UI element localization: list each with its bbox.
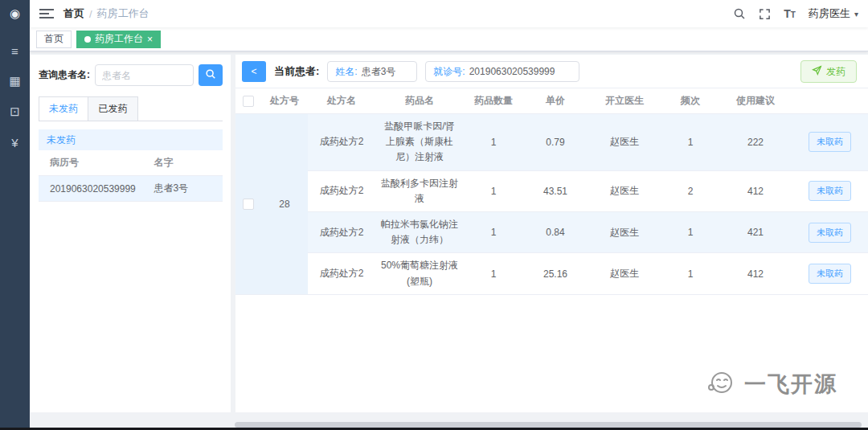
fullscreen-icon[interactable] <box>759 8 771 20</box>
rx-name: 成药处方2 <box>308 135 375 149</box>
usage-advice: 412 <box>719 186 792 197</box>
frequency: 1 <box>661 227 719 238</box>
current-patient-bar: < 当前患者: 姓名: 患者3号 就诊号: 2019063020539999 <box>235 55 868 88</box>
prescription-no: 28 <box>261 114 308 294</box>
navbar-right: TT 药房医生 ▾ <box>733 6 858 21</box>
watermark-text: 一飞开源 <box>744 370 837 399</box>
patient-name-input[interactable] <box>95 64 194 86</box>
table-row[interactable]: 成药处方2 50%葡萄糖注射液(塑瓶) 1 25.16 赵医生 1 412 未取… <box>308 253 868 293</box>
drug-price: 25.16 <box>523 268 588 280</box>
breadcrumb-home[interactable]: 首页 <box>63 6 84 21</box>
current-patient-label: 当前患者: <box>274 64 319 79</box>
column-price: 单价 <box>523 94 588 108</box>
horizontal-scrollbar <box>30 420 868 430</box>
breadcrumb-current: 药房工作台 <box>97 6 149 21</box>
prescription-table: 处方号 处方名 药品名 药品数量 单价 开立医生 频次 使用建议 28 <box>235 88 868 295</box>
dashboard-icon[interactable]: ◉ <box>0 0 30 27</box>
hamburger-icon[interactable] <box>39 7 54 20</box>
visit-value: 2019063020539999 <box>469 66 555 77</box>
drug-price: 0.79 <box>523 137 588 148</box>
sidebar: ◉ ≡ ▦ ⊡ ¥ <box>0 0 30 430</box>
drug-qty: 1 <box>464 137 523 148</box>
table-header-row: 处方号 处方名 药品名 药品数量 单价 开立医生 频次 使用建议 <box>235 88 868 114</box>
drug-qty: 1 <box>464 227 523 238</box>
drug-name: 帕拉米韦氯化钠注射液（力纬） <box>375 212 464 252</box>
row-checkbox[interactable] <box>243 199 254 210</box>
not-dispensed-button[interactable]: 未取药 <box>809 132 851 152</box>
tag-label: 药房工作台 <box>95 32 143 46</box>
drug-qty: 1 <box>464 186 523 197</box>
name-value: 患者3号 <box>362 65 396 79</box>
breadcrumb-separator: / <box>89 8 92 20</box>
edit-icon[interactable]: ⊡ <box>0 96 30 127</box>
patient-list-item[interactable]: 2019063020539999 患者3号 <box>39 176 223 202</box>
patient-query-row: 查询患者名: <box>39 64 223 86</box>
user-dropdown[interactable]: 药房医生 ▾ <box>809 6 858 21</box>
drug-rows: 成药处方2 盐酸甲哌卡因/肾上腺素（斯康杜尼）注射液 1 0.79 赵医生 1 … <box>308 114 868 294</box>
breadcrumb: 首页 / 药房工作台 <box>63 6 149 21</box>
table-row[interactable]: 成药处方2 盐酸甲哌卡因/肾上腺素（斯康杜尼）注射液 1 0.79 赵医生 1 … <box>308 114 868 171</box>
form-icon[interactable]: ≡ <box>0 35 30 66</box>
select-all-checkbox[interactable] <box>243 96 254 107</box>
navbar: 首页 / 药房工作台 TT 药房医生 ▾ <box>30 0 868 27</box>
close-icon[interactable]: × <box>147 35 153 44</box>
font-size-icon[interactable]: TT <box>784 7 796 20</box>
back-button[interactable]: < <box>242 61 266 82</box>
send-icon <box>812 65 822 78</box>
rx-name: 成药处方2 <box>308 267 375 281</box>
frequency: 2 <box>661 186 719 197</box>
scrollbar-thumb[interactable] <box>235 422 862 428</box>
frequency: 1 <box>661 137 719 148</box>
table-row[interactable]: 成药处方2 盐酸利多卡因注射液 1 43.51 赵医生 2 412 未取药 <box>308 171 868 212</box>
font-size-big: T <box>784 7 791 20</box>
column-rx-name: 处方名 <box>308 94 375 108</box>
drug-qty: 1 <box>464 268 523 280</box>
drug-name: 盐酸利多卡因注射液 <box>375 171 464 211</box>
tag-pharmacy-workbench[interactable]: 药房工作台 × <box>76 31 161 48</box>
dispense-tabs: 未发药 已发药 <box>39 96 223 121</box>
usage-advice: 412 <box>719 268 792 280</box>
tag-label: 首页 <box>44 32 63 46</box>
main-column: 首页 / 药房工作台 TT 药房医生 ▾ <box>30 0 868 430</box>
patient-name: 患者3号 <box>149 182 223 195</box>
content: 查询患者名: 未发药 已发药 未发药 病历号 名字 <box>30 51 868 420</box>
dispense-button[interactable]: 发药 <box>800 60 857 83</box>
tab-not-dispensed[interactable]: 未发药 <box>39 96 88 121</box>
visit-number-field[interactable]: 就诊号: 2019063020539999 <box>425 61 579 82</box>
watermark-logo-icon <box>706 368 738 399</box>
name-label: 姓名: <box>335 65 357 79</box>
pharmacy-workbench-app: ◉ ≡ ▦ ⊡ ¥ 首页 / 药房工作台 <box>0 0 868 430</box>
patient-name-field[interactable]: 姓名: 患者3号 <box>327 61 417 82</box>
drug-price: 43.51 <box>523 186 588 197</box>
prescription-panel: < 当前患者: 姓名: 患者3号 就诊号: 2019063020539999 <box>235 55 868 412</box>
doctor: 赵医生 <box>588 135 661 149</box>
usage-advice: 222 <box>719 137 792 148</box>
search-icon <box>205 68 216 82</box>
doctor: 赵医生 <box>588 267 661 281</box>
drug-name: 盐酸甲哌卡因/肾上腺素（斯康杜尼）注射液 <box>375 114 464 170</box>
tab-dispensed[interactable]: 已发药 <box>88 96 138 121</box>
table-row[interactable]: 成药处方2 帕拉米韦氯化钠注射液（力纬） 1 0.84 赵医生 1 421 未取… <box>308 212 868 253</box>
query-label: 查询患者名: <box>39 68 90 82</box>
column-qty: 药品数量 <box>464 94 523 108</box>
rx-name: 成药处方2 <box>308 226 375 240</box>
doctor: 赵医生 <box>588 184 661 198</box>
usage-advice: 421 <box>719 227 792 238</box>
frequency: 1 <box>661 268 719 280</box>
money-icon[interactable]: ¥ <box>0 127 30 158</box>
not-dispensed-button[interactable]: 未取药 <box>809 264 851 284</box>
tag-home[interactable]: 首页 <box>36 31 72 48</box>
column-rx-no: 处方号 <box>261 94 308 108</box>
user-name: 药房医生 <box>809 6 850 21</box>
not-dispensed-button[interactable]: 未取药 <box>809 181 851 201</box>
active-dot-icon <box>84 36 91 43</box>
patient-search-button[interactable] <box>199 64 223 86</box>
column-freq: 频次 <box>661 94 719 108</box>
table-icon[interactable]: ▦ <box>0 66 30 96</box>
dispense-label: 发药 <box>826 65 845 79</box>
patient-list-header: 病历号 名字 <box>39 150 223 176</box>
search-icon[interactable] <box>733 7 746 20</box>
not-dispensed-button[interactable]: 未取药 <box>809 223 851 243</box>
caret-down-icon: ▾ <box>854 10 858 18</box>
patient-panel: 查询患者名: 未发药 已发药 未发药 病历号 名字 <box>31 55 231 412</box>
